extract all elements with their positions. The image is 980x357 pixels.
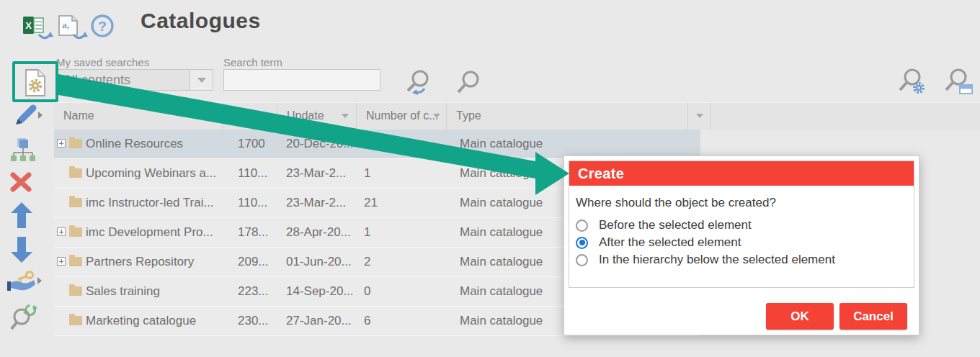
column-filter-icon[interactable] [187,114,194,118]
column-header-update[interactable]: Update [277,103,357,130]
svg-text:X: X [25,20,32,31]
column-filter-icon[interactable] [262,114,270,118]
radio-icon[interactable] [576,254,588,266]
svg-text:?: ? [98,19,107,34]
search-icon[interactable] [455,68,484,101]
create-new-object-icon[interactable] [20,68,50,101]
permissions-submenu-arrow-icon[interactable] [37,277,42,284]
column-filter-cell[interactable] [688,103,711,130]
column-header-name[interactable]: Name [54,103,223,130]
export-text-icon[interactable]: a, [56,13,89,45]
edit-icon[interactable] [13,104,37,130]
dialog-question: Where should the object be created? [569,186,914,210]
delete-icon[interactable] [9,171,32,196]
radio-group: Before the selected element After the se… [569,217,914,268]
radio-option-hierarchy[interactable]: In the hierarchy below the selected elem… [569,251,914,268]
radio-option-before[interactable]: Before the selected element [569,217,914,234]
expand-icon[interactable] [57,139,66,148]
structure-hierarchy-icon[interactable] [9,137,35,165]
search-term-label: Search term [223,56,282,68]
dialog-titlebar: Create [569,161,914,186]
folder-icon [69,316,82,325]
chevron-down-icon [197,78,206,83]
column-header-id[interactable]: ID [223,103,277,130]
column-filter-icon[interactable] [696,114,703,118]
assign-permissions-icon[interactable] [6,269,36,297]
folder-icon [69,227,82,237]
cancel-button[interactable]: Cancel [839,303,907,330]
radio-icon[interactable] [576,220,588,232]
move-down-icon[interactable] [11,237,32,266]
dialog-title: Create [569,166,624,182]
ok-button[interactable]: OK [766,303,834,330]
select-dropdown-button[interactable] [190,70,213,90]
column-header-count[interactable]: Number of c... [357,103,447,130]
column-header-type[interactable]: Type [447,103,688,130]
saved-searches-label: My saved searches [56,56,149,68]
help-icon[interactable]: ? [90,14,115,41]
column-filter-icon[interactable] [433,114,440,118]
header-filler [711,103,980,130]
column-filter-icon[interactable] [342,114,349,118]
page-title: Catalogues [141,9,261,33]
folder-icon [69,286,82,296]
create-dialog-content: Create Where should the object be create… [569,161,914,288]
folder-icon [69,257,82,266]
search-profile-icon[interactable] [943,66,976,102]
table-row[interactable]: Online Resources 1700 20-Dec-20... 0 Mai… [54,130,700,159]
folder-icon [69,168,82,178]
refresh-search-icon[interactable] [9,303,38,335]
saved-searches-value: All contents [57,73,190,88]
advanced-search-icon[interactable] [896,66,929,102]
svg-text:a,: a, [62,19,69,30]
radio-option-after[interactable]: After the selected element [569,234,914,251]
saved-searches-select[interactable]: All contents [56,69,213,91]
create-dialog: Create Where should the object be create… [564,155,919,335]
move-up-icon[interactable] [11,202,32,231]
expand-icon[interactable] [57,257,66,266]
search-term-input[interactable] [223,69,380,91]
edit-submenu-arrow-icon[interactable] [38,112,43,119]
folder-icon [69,198,82,207]
reset-search-icon[interactable] [402,68,434,101]
radio-selected-icon[interactable] [576,237,588,249]
export-excel-icon[interactable]: X [22,13,55,45]
expand-icon[interactable] [57,227,66,236]
folder-icon [69,139,82,148]
table-header: Name ID Update Number of c... Type [54,102,980,130]
